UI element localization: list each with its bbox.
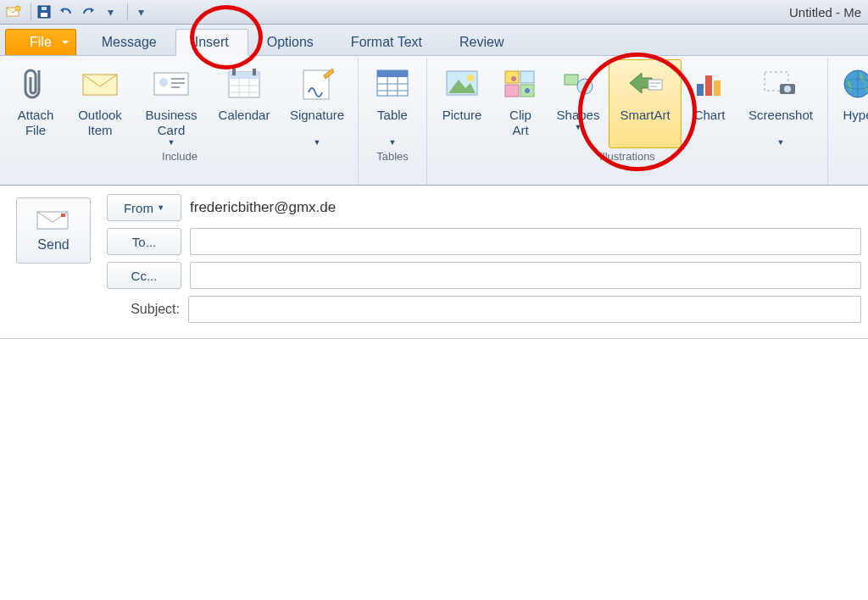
svg-marker-6 <box>91 8 94 13</box>
svg-point-36 <box>511 76 516 81</box>
tab-insert[interactable]: Insert <box>175 29 248 56</box>
smartart-icon <box>625 64 665 104</box>
businesscard-icon <box>151 64 192 104</box>
calendar-button[interactable]: Calendar <box>209 59 280 148</box>
send-column: Send <box>0 186 107 338</box>
calendar-icon <box>224 64 264 104</box>
attach-file-button[interactable]: AttachFile <box>5 59 66 148</box>
clip-art-button[interactable]: ClipArt <box>493 59 548 148</box>
compose-header: Send From ▼ fredericbither@gmx.de To... … <box>0 186 868 339</box>
svg-rect-11 <box>171 82 185 84</box>
subject-row: Subject: <box>107 296 861 323</box>
shapes-button[interactable]: Shapes ▼ <box>548 59 609 148</box>
undo-icon[interactable] <box>58 3 75 20</box>
svg-point-1 <box>15 6 20 11</box>
svg-point-39 <box>577 79 593 94</box>
window-title: Untitled - Me <box>789 5 863 19</box>
chevron-down-icon: ▼ <box>157 203 164 212</box>
send-button[interactable]: Send <box>16 197 91 264</box>
subject-field[interactable] <box>188 296 861 323</box>
button-label: OutlookItem <box>78 108 122 140</box>
tab-message[interactable]: Message <box>83 30 175 55</box>
picture-button[interactable]: Picture <box>431 59 493 148</box>
to-field[interactable] <box>190 228 861 255</box>
table-icon <box>372 64 413 104</box>
business-card-button[interactable]: BusinessCard ▼ <box>134 59 209 148</box>
button-label: Signature▼ <box>290 108 344 147</box>
svg-rect-46 <box>714 81 721 96</box>
svg-point-31 <box>467 75 474 81</box>
button-label: Picture <box>442 108 482 140</box>
svg-rect-33 <box>520 71 534 83</box>
tab-review[interactable]: Review <box>441 30 522 55</box>
qat-customize-icon[interactable]: ▾ <box>132 3 149 20</box>
cc-field[interactable] <box>190 262 861 289</box>
cc-button[interactable]: Cc... <box>107 262 181 289</box>
svg-rect-10 <box>171 78 185 80</box>
svg-rect-16 <box>253 69 256 75</box>
send-envelope-icon <box>36 208 71 232</box>
outlook-item-button[interactable]: OutlookItem <box>66 59 134 148</box>
button-label: AttachFile <box>18 108 54 140</box>
subject-label: Subject: <box>107 302 180 317</box>
divider <box>127 3 129 20</box>
tab-file-label: File <box>30 35 52 50</box>
screenshot-button[interactable]: Screenshot▼ <box>737 59 824 148</box>
svg-rect-41 <box>648 80 662 90</box>
tab-label: Options <box>267 35 314 50</box>
chart-button[interactable]: Chart <box>682 59 737 148</box>
signature-button[interactable]: Signature▼ <box>280 59 354 148</box>
from-button-label: From <box>124 201 153 215</box>
tab-label: Message <box>102 35 157 50</box>
group-label: Tables <box>376 148 409 164</box>
button-label: BusinessCard ▼ <box>146 108 198 147</box>
message-body[interactable] <box>0 339 868 600</box>
hyperlink-button[interactable]: Hype <box>832 59 868 141</box>
svg-point-9 <box>159 78 168 86</box>
divider <box>31 3 32 20</box>
to-row: To... <box>107 228 861 255</box>
chart-icon <box>689 64 730 104</box>
to-button-label: To... <box>132 235 156 249</box>
tab-options[interactable]: Options <box>248 30 332 55</box>
button-label: Calendar <box>219 108 270 140</box>
clipart-icon <box>500 64 541 104</box>
globe-icon <box>837 64 868 104</box>
fields-column: From ▼ fredericbither@gmx.de To... Cc...… <box>107 186 868 338</box>
chevron-down-icon: ▼ <box>575 123 582 132</box>
qat-more-icon[interactable]: ▾ <box>102 3 119 20</box>
tab-label: Insert <box>195 35 229 50</box>
quick-access-toolbar: ▾ ▾ Untitled - Me <box>0 0 868 25</box>
svg-rect-3 <box>41 13 47 17</box>
button-label: ClipArt <box>509 108 531 140</box>
from-value: fredericbither@gmx.de <box>190 199 336 216</box>
tab-format-text[interactable]: Format Text <box>332 30 441 55</box>
tab-file[interactable]: File <box>5 29 76 55</box>
svg-point-49 <box>784 86 791 92</box>
save-icon[interactable] <box>36 3 53 20</box>
button-label: SmartArt <box>620 108 670 140</box>
to-button[interactable]: To... <box>107 228 181 255</box>
chevron-down-icon: ▼ <box>168 138 175 147</box>
svg-rect-44 <box>697 84 704 96</box>
ribbon-tabs: File Message Insert Options Format Text … <box>0 25 868 56</box>
cc-button-label: Cc... <box>131 269 158 283</box>
shapes-icon <box>558 64 598 104</box>
svg-point-50 <box>844 70 868 97</box>
svg-rect-54 <box>61 214 65 217</box>
tab-label: Review <box>459 35 504 50</box>
group-tables: Table▼ Tables <box>359 58 427 185</box>
smartart-button[interactable]: SmartArt <box>609 59 682 148</box>
button-label: Shapes ▼ <box>557 108 600 140</box>
from-button[interactable]: From ▼ <box>107 194 181 221</box>
svg-point-37 <box>525 88 530 93</box>
chevron-down-icon: ▼ <box>389 138 397 147</box>
group-label: Include <box>162 148 198 164</box>
mail-new-icon[interactable] <box>5 3 22 20</box>
svg-rect-34 <box>505 85 519 97</box>
ribbon: AttachFile OutlookItem BusinessCard ▼ Ca… <box>0 56 868 186</box>
redo-icon[interactable] <box>80 3 97 20</box>
tab-label: Format Text <box>351 35 422 50</box>
table-button[interactable]: Table▼ <box>362 59 423 148</box>
from-row: From ▼ fredericbither@gmx.de <box>107 194 861 221</box>
